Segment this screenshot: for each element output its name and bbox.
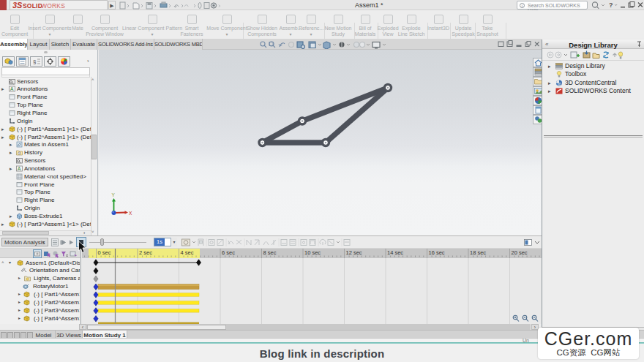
svg-text:8 sec: 8 sec xyxy=(263,249,277,256)
svg-text:12 sec: 12 sec xyxy=(346,249,362,256)
svg-text:3D: 3D xyxy=(557,82,562,86)
svg-text:2 sec: 2 sec xyxy=(139,249,152,256)
svg-text:20 sec: 20 sec xyxy=(512,249,528,256)
svg-text:0 sec: 0 sec xyxy=(98,249,111,256)
svg-text:10 sec: 10 sec xyxy=(304,249,321,256)
svg-text:X: X xyxy=(129,211,132,216)
svg-text:§: § xyxy=(33,59,36,65)
svg-text:6 sec: 6 sec xyxy=(222,249,235,256)
svg-text:Y: Y xyxy=(112,192,116,197)
svg-text:18 sec: 18 sec xyxy=(470,249,486,256)
svg-text:3S: 3S xyxy=(12,1,23,10)
svg-text:WORKS: WORKS xyxy=(41,2,65,10)
svg-text:SOLID: SOLID xyxy=(23,2,42,10)
svg-text:16 sec: 16 sec xyxy=(429,249,445,256)
svg-text:4 sec: 4 sec xyxy=(181,249,194,256)
svg-text:14 sec: 14 sec xyxy=(387,249,403,256)
svg-text:?: ? xyxy=(609,1,613,9)
